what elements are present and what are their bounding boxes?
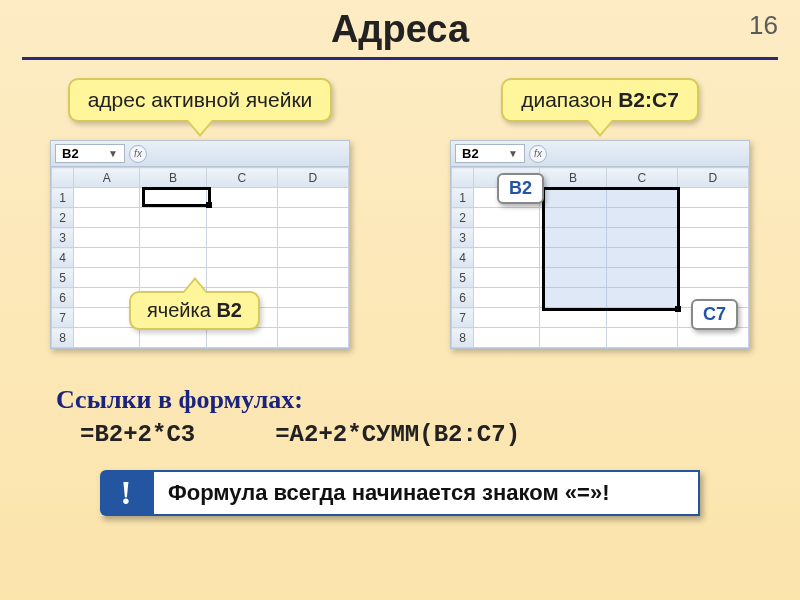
spreadsheet-left: B2 ▼ fx A B C D 1 2 3 4 5 6 7 (50, 140, 350, 349)
callout-cell-bold: B2 (216, 299, 242, 321)
cell[interactable] (74, 208, 140, 228)
row-header[interactable]: 8 (52, 328, 74, 348)
cell[interactable] (74, 228, 140, 248)
cell[interactable] (606, 288, 677, 308)
cell[interactable] (140, 208, 206, 228)
corner-cell[interactable] (452, 168, 474, 188)
tag-b2: B2 (497, 173, 544, 204)
row-header[interactable]: 8 (452, 328, 474, 348)
cell[interactable] (277, 288, 348, 308)
formula-bar: B2 ▼ fx (451, 141, 749, 167)
cell[interactable] (206, 208, 277, 228)
cell[interactable] (540, 248, 606, 268)
cell[interactable] (74, 248, 140, 268)
row-header[interactable]: 4 (452, 248, 474, 268)
cell[interactable] (277, 268, 348, 288)
cell[interactable] (540, 208, 606, 228)
col-header[interactable]: B (140, 168, 206, 188)
cell[interactable] (206, 248, 277, 268)
cell[interactable] (206, 228, 277, 248)
cell[interactable] (540, 188, 606, 208)
cell[interactable] (677, 228, 748, 248)
cell[interactable] (677, 248, 748, 268)
cell[interactable] (606, 328, 677, 348)
cell[interactable] (540, 228, 606, 248)
formula-2: =A2+2*СУММ(B2:C7) (275, 421, 520, 448)
cell[interactable] (474, 228, 540, 248)
col-header[interactable]: D (677, 168, 748, 188)
cell[interactable] (140, 228, 206, 248)
row-header[interactable]: 1 (452, 188, 474, 208)
cell[interactable] (606, 208, 677, 228)
cell[interactable] (74, 188, 140, 208)
cell[interactable] (474, 248, 540, 268)
formula-1: =B2+2*C3 (80, 421, 195, 448)
cell[interactable] (474, 288, 540, 308)
right-example: диапазон B2:C7 B2 ▼ fx A B C D 1 2 (430, 78, 770, 349)
row-header[interactable]: 5 (52, 268, 74, 288)
row-header[interactable]: 6 (52, 288, 74, 308)
cell[interactable] (277, 188, 348, 208)
cell[interactable] (540, 268, 606, 288)
name-box[interactable]: B2 ▼ (55, 144, 125, 163)
callout-range: диапазон B2:C7 (501, 78, 699, 122)
callout-range-bold: B2:C7 (618, 88, 679, 111)
cell[interactable] (606, 308, 677, 328)
row-header[interactable]: 7 (52, 308, 74, 328)
cell[interactable] (206, 188, 277, 208)
cell[interactable] (74, 328, 140, 348)
col-header[interactable]: B (540, 168, 606, 188)
cell[interactable] (606, 188, 677, 208)
cell[interactable] (206, 328, 277, 348)
col-header[interactable]: A (74, 168, 140, 188)
row-header[interactable]: 3 (452, 228, 474, 248)
cell[interactable] (474, 328, 540, 348)
notice-text: Формула всегда начинается знаком «=»! (152, 470, 700, 516)
cell[interactable] (140, 328, 206, 348)
cell[interactable] (677, 268, 748, 288)
cell[interactable] (540, 288, 606, 308)
col-header[interactable]: D (277, 168, 348, 188)
cell[interactable] (277, 328, 348, 348)
cell[interactable] (540, 308, 606, 328)
cell[interactable] (606, 228, 677, 248)
col-header[interactable]: C (606, 168, 677, 188)
name-box[interactable]: B2 ▼ (455, 144, 525, 163)
fx-icon[interactable]: fx (129, 145, 147, 163)
cell[interactable] (277, 308, 348, 328)
row-header[interactable]: 6 (452, 288, 474, 308)
cell[interactable] (474, 308, 540, 328)
cell[interactable] (474, 208, 540, 228)
row-header[interactable]: 5 (452, 268, 474, 288)
subheading: Ссылки в формулах: (56, 385, 800, 415)
cell[interactable] (206, 268, 277, 288)
cell[interactable] (277, 248, 348, 268)
cell[interactable] (540, 328, 606, 348)
title-rule (22, 57, 778, 60)
cell[interactable] (277, 228, 348, 248)
cell[interactable] (277, 208, 348, 228)
row-header[interactable]: 2 (452, 208, 474, 228)
cell[interactable] (677, 328, 748, 348)
corner-cell[interactable] (52, 168, 74, 188)
cell[interactable] (677, 208, 748, 228)
row-header[interactable]: 3 (52, 228, 74, 248)
cell[interactable] (74, 268, 140, 288)
name-box-value: B2 (62, 146, 79, 161)
row-header[interactable]: 7 (452, 308, 474, 328)
row-header[interactable]: 4 (52, 248, 74, 268)
exclamation-icon: ! (100, 470, 152, 516)
fx-icon[interactable]: fx (529, 145, 547, 163)
callout-cell-b2: ячейка B2 (129, 291, 260, 330)
cell[interactable] (677, 188, 748, 208)
formula-examples: =B2+2*C3 =A2+2*СУММ(B2:C7) (80, 421, 800, 448)
spreadsheet-right: B2 ▼ fx A B C D 1 2 3 4 5 6 7 (450, 140, 750, 349)
row-header[interactable]: 2 (52, 208, 74, 228)
cell[interactable] (606, 248, 677, 268)
cell[interactable] (474, 268, 540, 288)
cell[interactable] (140, 188, 206, 208)
cell[interactable] (606, 268, 677, 288)
row-header[interactable]: 1 (52, 188, 74, 208)
col-header[interactable]: C (206, 168, 277, 188)
cell[interactable] (140, 248, 206, 268)
